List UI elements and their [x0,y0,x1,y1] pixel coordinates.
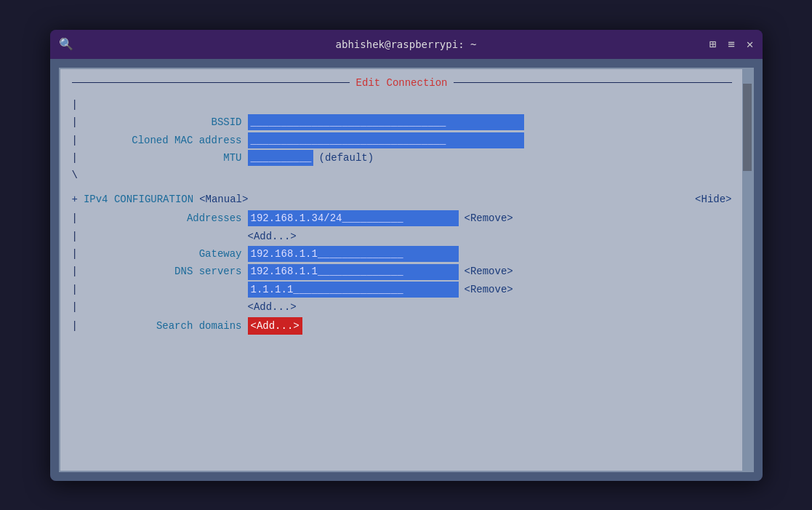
addresses-label: Addresses [82,210,242,226]
bssid-input[interactable]: ________________________________ [248,114,524,130]
dns-input-2[interactable]: 1.1.1.1__________________ [248,282,459,298]
dns-remove-button-2[interactable]: <Remove> [465,282,513,298]
search-add-button[interactable]: <Add...> [248,317,302,335]
title-line-right [454,82,732,83]
close-button[interactable]: ✕ [747,37,754,51]
new-tab-icon[interactable]: ⊞ [710,37,717,51]
cloned-mac-label: Cloned MAC address [82,132,242,148]
dialog-title: Edit Connection [72,75,732,91]
pipe-7: | [72,246,79,262]
pipe-5: | [72,210,79,226]
titlebar-left: 🔍 [59,37,73,51]
add-dns-button[interactable]: <Add...> [248,299,297,315]
section-plus: + [72,191,78,207]
titlebar: 🔍 abhishek@raspberrypi: ~ ⊞ ≡ ✕ [50,30,763,59]
bssid-row: | BSSID ________________________________ [72,114,732,130]
search-domains-label: Search domains [82,318,242,334]
add-address-button[interactable]: <Add...> [248,228,297,244]
dns-remove-button-1[interactable]: <Remove> [465,263,513,279]
terminal-window: 🔍 abhishek@raspberrypi: ~ ⊞ ≡ ✕ Edit Con… [50,30,763,481]
pipe-1: | [72,97,79,113]
dialog-title-text: Edit Connection [355,75,447,91]
gateway-label: Gateway [82,246,242,262]
terminal-area: Edit Connection | | BSSID ______________… [59,68,754,472]
pipe-3: | [72,132,79,148]
dns-row-2: | 1.1.1.1__________________ <Remove> [72,282,732,298]
bssid-label: BSSID [82,114,242,130]
pipe-10: | [72,299,79,315]
gateway-row: | Gateway 192.168.1.1______________ [72,246,732,262]
dns-row-1: | DNS servers 192.168.1.1______________ … [72,263,732,279]
scrollbar-thumb[interactable] [743,84,752,171]
pipe-9: | [72,282,79,298]
scrollbar[interactable] [742,69,752,471]
cloned-mac-input[interactable]: ________________________________ [248,132,524,148]
menu-icon[interactable]: ≡ [728,37,735,51]
pipe-2: | [72,114,79,130]
ipv4-title: IPv4 CONFIGURATION [84,191,193,207]
mtu-label: MTU [82,150,242,166]
addresses-row: | Addresses 192.168.1.34/24__________ <R… [72,210,732,226]
add-address-row: | <Add...> [72,228,732,244]
cloned-mac-row: | Cloned MAC address ___________________… [72,132,732,148]
window-title: abhishek@raspberrypi: ~ [336,39,477,50]
pipe-11: | [72,318,79,334]
backslash: \ [72,167,78,183]
pipe-6: | [72,228,79,244]
titlebar-right: ⊞ ≡ ✕ [710,37,754,51]
window-content: Edit Connection | | BSSID ______________… [50,59,763,481]
title-line-left [72,82,350,83]
address-input[interactable]: 192.168.1.34/24__________ [248,210,459,226]
dns-label: DNS servers [82,263,242,279]
pipe-4: | [72,150,79,166]
mtu-input[interactable]: __________ [248,150,313,166]
mtu-default: (default) [319,150,374,166]
dns-input-1[interactable]: 192.168.1.1______________ [248,264,459,280]
empty-row-1: | [72,97,732,113]
hide-button[interactable]: <Hide> [695,191,731,207]
address-remove-button[interactable]: <Remove> [465,210,513,226]
ipv4-section-header: + IPv4 CONFIGURATION <Manual> <Hide> [72,191,732,207]
terminal-content: Edit Connection | | BSSID ______________… [60,69,752,342]
backslash-row: \ [72,167,732,183]
ipv4-mode[interactable]: <Manual> [199,191,248,207]
dns-add-row: | <Add...> [72,299,732,315]
pipe-8: | [72,263,79,279]
gateway-input[interactable]: 192.168.1.1______________ [248,246,459,262]
mtu-row: | MTU __________ (default) [72,150,732,166]
search-icon[interactable]: 🔍 [59,37,73,51]
search-domains-row: | Search domains <Add...> [72,317,732,335]
